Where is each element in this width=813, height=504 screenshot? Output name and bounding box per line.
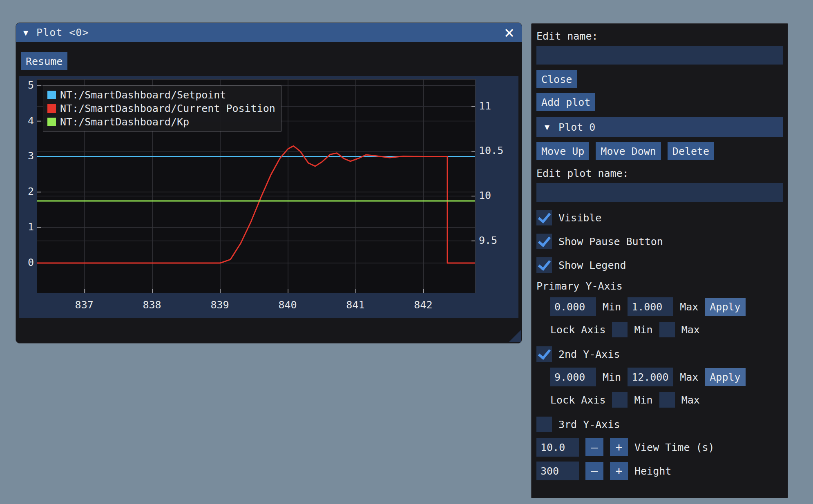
collapse-arrow-icon: ▼	[545, 123, 549, 131]
show-pause-checkbox-label: Show Pause Button	[558, 236, 663, 248]
height-minus-button[interactable]: –	[585, 462, 603, 480]
legend-series-name: NT:/SmartDashboard/Current Position	[60, 103, 275, 114]
primary-lock-min-checkbox[interactable]	[612, 322, 628, 337]
plot-window-body: Resume 012345 9.51010.511 83783883984084…	[16, 42, 522, 343]
desktop: ▼ Plot <0> × Resume 012345 9.51010.511 8…	[0, 0, 813, 504]
plot-frame: 012345 9.51010.511 837838839840841842 NT…	[19, 76, 518, 318]
plot-canvas[interactable]: NT:/SmartDashboard/SetpointNT:/SmartDash…	[37, 79, 476, 293]
y-right-tick-label: 11	[479, 100, 518, 112]
primary-lock-max-checkbox[interactable]	[659, 322, 675, 337]
show-legend-checkbox-label: Show Legend	[558, 259, 626, 271]
show-legend-checkbox[interactable]: Show Legend	[536, 257, 783, 273]
move-down-button[interactable]: Move Down	[596, 142, 661, 160]
show-pause-checkbox[interactable]: Show Pause Button	[536, 234, 783, 249]
height-label: Height	[634, 465, 671, 477]
y-left-tick-label: 4	[19, 115, 34, 127]
visible-checkbox-box[interactable]	[536, 210, 552, 225]
view-time-label: View Time (s)	[634, 442, 715, 453]
view-time-plus-button[interactable]: +	[610, 438, 628, 456]
show-pause-checkbox-box[interactable]	[536, 234, 552, 249]
collapse-arrow-icon[interactable]: ▼	[23, 29, 28, 37]
plot-settings-panel: Edit name: Close Add plot ▼ Plot 0 Move …	[531, 23, 788, 498]
plot-0-header[interactable]: ▼ Plot 0	[536, 117, 783, 137]
second-lock-min-checkbox[interactable]	[612, 392, 628, 408]
x-tick-label: 841	[337, 299, 374, 311]
x-tick-label: 840	[269, 299, 306, 311]
view-time-input[interactable]	[536, 438, 579, 457]
second-min-input[interactable]	[550, 368, 596, 386]
legend-series-name: NT:/SmartDashboard/Kp	[60, 116, 189, 128]
plot-window-titlebar[interactable]: ▼ Plot <0> ×	[16, 23, 522, 42]
primary-max-input[interactable]	[628, 297, 673, 316]
edit-name-label: Edit name:	[536, 29, 783, 43]
close-icon[interactable]: ×	[504, 24, 514, 41]
height-row: – + Height	[536, 462, 783, 480]
x-tick-label: 839	[201, 299, 238, 311]
plot-0-header-label: Plot 0	[558, 121, 595, 133]
legend-item[interactable]: NT:/SmartDashboard/Kp	[47, 116, 275, 128]
view-time-row: – + View Time (s)	[536, 438, 783, 457]
x-tick-label: 838	[134, 299, 170, 311]
legend-series-name: NT:/SmartDashboard/Setpoint	[60, 89, 226, 101]
plot-window-title: Plot <0>	[36, 27, 89, 38]
plot-window: ▼ Plot <0> × Resume 012345 9.51010.511 8…	[16, 22, 522, 343]
y-left-tick-label: 3	[19, 150, 34, 162]
plot-legend[interactable]: NT:/SmartDashboard/SetpointNT:/SmartDash…	[43, 85, 281, 132]
primary-lock-min-label: Min	[634, 324, 652, 336]
resize-grip-icon[interactable]	[509, 330, 521, 342]
second-lock-axis-label: Lock Axis	[550, 394, 605, 406]
third-y-axis-checkbox[interactable]: 3rd Y-Axis	[536, 417, 783, 432]
primary-min-input[interactable]	[550, 297, 596, 316]
height-plus-button[interactable]: +	[610, 462, 628, 480]
y-left-tick-label: 2	[19, 185, 34, 198]
second-y-axis-checkbox[interactable]: 2nd Y-Axis	[536, 346, 783, 362]
y-right-tick-label: 10	[479, 190, 518, 202]
primary-y-axis-label: Primary Y-Axis	[536, 279, 783, 293]
y-left-tick-label: 1	[19, 221, 34, 233]
show-legend-checkbox-box[interactable]	[536, 257, 552, 273]
visible-checkbox[interactable]: Visible	[536, 210, 783, 225]
second-y-axis-checkbox-label: 2nd Y-Axis	[558, 348, 620, 360]
second-lock-max-checkbox[interactable]	[659, 392, 675, 408]
third-y-axis-checkbox-label: 3rd Y-Axis	[558, 419, 620, 430]
y-left-tick-label: 5	[19, 79, 34, 91]
primary-max-label: Max	[680, 301, 698, 313]
visible-checkbox-label: Visible	[558, 212, 601, 224]
y-right-tick-label: 10.5	[479, 145, 518, 157]
third-y-axis-checkbox-box[interactable]	[536, 417, 552, 432]
move-up-button[interactable]: Move Up	[536, 142, 589, 160]
view-time-minus-button[interactable]: –	[585, 438, 603, 456]
second-axis-range-row: Min Max Apply	[550, 368, 783, 386]
legend-item[interactable]: NT:/SmartDashboard/Current Position	[47, 103, 275, 114]
edit-name-input[interactable]	[536, 46, 783, 65]
legend-swatch-icon	[47, 91, 56, 99]
height-input[interactable]	[536, 462, 579, 480]
add-plot-button[interactable]: Add plot	[536, 93, 595, 111]
legend-item[interactable]: NT:/SmartDashboard/Setpoint	[47, 89, 275, 101]
second-lock-axis-row: Lock Axis Min Max	[550, 392, 783, 408]
legend-swatch-icon	[47, 118, 56, 126]
y-left-tick-label: 0	[19, 256, 34, 269]
close-button[interactable]: Close	[536, 70, 577, 88]
legend-swatch-icon	[47, 104, 56, 113]
delete-button[interactable]: Delete	[668, 142, 714, 160]
primary-apply-button[interactable]: Apply	[705, 298, 745, 316]
primary-axis-range-row: Min Max Apply	[550, 297, 783, 316]
second-min-label: Min	[603, 371, 621, 383]
resume-button[interactable]: Resume	[21, 52, 67, 70]
second-max-input[interactable]	[628, 368, 673, 386]
primary-lock-max-label: Max	[681, 324, 700, 336]
primary-min-label: Min	[603, 301, 621, 313]
primary-lock-axis-row: Lock Axis Min Max	[550, 322, 783, 337]
y-right-tick-label: 9.5	[479, 234, 518, 247]
x-tick-label: 842	[405, 299, 442, 311]
primary-lock-axis-label: Lock Axis	[550, 324, 605, 336]
second-lock-max-label: Max	[681, 394, 700, 406]
second-y-axis-checkbox-box[interactable]	[536, 346, 552, 362]
second-apply-button[interactable]: Apply	[705, 368, 745, 386]
x-tick-label: 837	[66, 299, 103, 311]
edit-plot-name-label: Edit plot name:	[536, 167, 783, 181]
second-lock-min-label: Min	[634, 394, 652, 406]
edit-plot-name-input[interactable]	[536, 183, 783, 202]
second-max-label: Max	[680, 371, 698, 383]
